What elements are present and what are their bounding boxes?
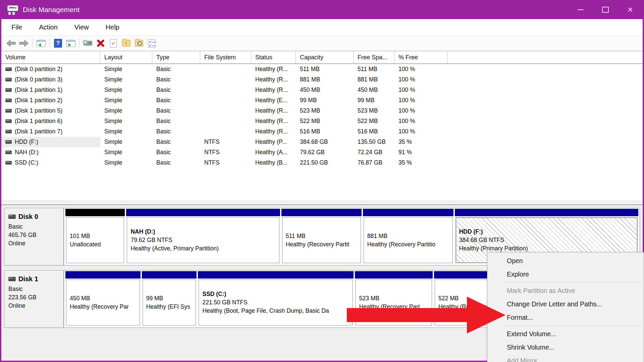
context-menu-item-format[interactable]: Format... [487, 311, 644, 324]
disk0-info-panel[interactable]: Disk 0 Basic 465.76 GB Online [4, 208, 64, 265]
volume-icon [5, 119, 12, 123]
disk-icon [8, 215, 16, 219]
volume-icon [5, 109, 12, 113]
disk-size: 465.76 GB [8, 231, 60, 239]
view-options-icon[interactable] [145, 37, 158, 49]
cell-layout: Simple [100, 64, 152, 74]
partition-nah-d[interactable]: NAH (D:) 79.62 GB NTFS Healthy (Active, … [125, 209, 280, 264]
table-row[interactable]: (Disk 0 partition 2) Simple Basic Health… [1, 64, 643, 74]
column-header-status[interactable]: Status [251, 51, 296, 63]
app-disk-icon [7, 5, 19, 15]
menu-action[interactable]: Action [37, 22, 60, 33]
cell-type: Basic [152, 126, 200, 137]
column-header-free-space[interactable]: Free Spa... [354, 51, 394, 63]
partition-status: Healthy (Recovery Par [70, 303, 136, 311]
disk-name: Disk 0 [18, 213, 38, 221]
column-header-filler [447, 51, 643, 63]
back-icon[interactable] [5, 37, 17, 49]
forward-icon[interactable] [17, 37, 30, 49]
partition-color-bar [198, 271, 353, 279]
check-document-icon[interactable] [107, 37, 120, 49]
show-action-pane-icon[interactable] [64, 37, 77, 49]
menu-file[interactable]: File [9, 22, 24, 33]
disk1-info-panel[interactable]: Disk 1 Basic 223.56 GB Online [4, 270, 64, 328]
pane-divider[interactable] [1, 200, 643, 205]
volume-name: (Disk 1 partition 7) [15, 128, 62, 135]
partition-size: 384.68 GB NTFS [459, 236, 634, 244]
cell-layout: Simple [100, 158, 152, 168]
column-header-layout[interactable]: Layout [100, 51, 152, 63]
partition-size: 881 MB [367, 232, 449, 240]
cell-file-system: NTFS [200, 137, 251, 147]
disk-rescan-icon[interactable] [82, 37, 94, 49]
partition-color-bar [126, 209, 280, 216]
table-row[interactable]: SSD (C:) Simple Basic NTFS Healthy (B...… [1, 158, 643, 168]
table-row[interactable]: (Disk 1 partition 7) Simple Basic Health… [1, 126, 643, 137]
cell-pct-free: 100 % [394, 95, 447, 106]
partition-ssd-c[interactable]: SSD (C:) 221.50 GB NTFS Healthy (Boot, P… [197, 271, 354, 327]
context-menu-item-shrink-volume[interactable]: Shrink Volume... [487, 341, 644, 354]
context-menu-item-explore[interactable]: Explore [487, 267, 644, 281]
partition-status: Healthy (Boot, Page File, Crash Dump, Ba… [202, 307, 349, 315]
table-row[interactable]: (Disk 1 partition 1) Simple Basic Health… [1, 85, 643, 95]
cell-file-system [200, 116, 251, 126]
column-header-type[interactable]: Type [152, 51, 200, 63]
partition-511mb[interactable]: 511 MB Healthy (Recovery Partit [281, 209, 362, 264]
disk-icon [8, 277, 16, 281]
partition-color-bar [455, 209, 638, 216]
volume-icon [5, 140, 12, 144]
partition-size: 450 MB [70, 294, 136, 303]
context-menu-item-extend-volume[interactable]: Extend Volume... [487, 327, 644, 341]
menu-view[interactable]: View [72, 22, 91, 33]
volume-name: (Disk 1 partition 1) [15, 86, 62, 94]
cell-pct-free: 100 % [394, 106, 447, 116]
partition-label: SSD (C:) [202, 290, 349, 298]
column-header-file-system[interactable]: File System [200, 51, 251, 63]
cell-pct-free: 100 % [394, 74, 447, 85]
table-row[interactable]: (Disk 1 partition 5) Simple Basic Health… [1, 106, 643, 116]
partition-99mb-efi[interactable]: 99 MB Healthy (EFI Sys [141, 271, 198, 327]
partition-status: Healthy (EFI Sys [146, 303, 193, 311]
column-header-pct-free[interactable]: % Free [394, 51, 447, 63]
cell-type: Basic [152, 137, 200, 147]
partition-881mb[interactable]: 881 MB Healthy (Recovery Partitio [362, 209, 454, 264]
table-row[interactable]: (Disk 0 partition 3) Simple Basic Health… [1, 74, 643, 85]
close-button[interactable] [618, 0, 643, 19]
cell-capacity: 99 MB [296, 95, 354, 106]
cell-file-system: NTFS [200, 158, 251, 168]
cell-status: Healthy (P... [251, 137, 296, 147]
table-row[interactable]: NAH (D:) Simple Basic NTFS Healthy (A...… [1, 147, 643, 158]
partition-unallocated[interactable]: 101 MB Unallocated [65, 209, 125, 264]
menu-help[interactable]: Help [104, 22, 121, 33]
minimize-button[interactable] [568, 0, 593, 19]
column-header-volume[interactable]: Volume [1, 51, 100, 63]
context-menu-separator [504, 325, 640, 326]
toolbar-separator [49, 39, 50, 48]
search-folder-icon[interactable] [132, 37, 145, 49]
cell-status: Healthy (B... [251, 158, 296, 168]
context-menu-item-open[interactable]: Open [487, 254, 644, 267]
column-header-capacity[interactable]: Capacity [296, 51, 354, 63]
cell-file-system: NTFS [200, 147, 251, 158]
partition-size: 99 MB [146, 294, 193, 303]
show-console-tree-icon[interactable] [35, 37, 47, 49]
disk-type: Basic [8, 285, 60, 293]
window-title: Disk Management [23, 6, 79, 14]
cell-file-system [200, 85, 251, 95]
context-menu-item-change-drive-letter[interactable]: Change Drive Letter and Paths... [487, 297, 644, 311]
disk-status: Online [8, 239, 60, 248]
maximize-button[interactable] [593, 0, 618, 19]
delete-volume-icon[interactable] [94, 37, 107, 49]
table-row[interactable]: (Disk 1 partition 6) Simple Basic Health… [1, 116, 643, 126]
help-icon[interactable] [52, 37, 64, 49]
partition-523mb[interactable]: 523 MB Healthy (Recovery Part [354, 271, 433, 327]
export-folder-icon[interactable] [120, 37, 132, 49]
partition-450mb[interactable]: 450 MB Healthy (Recovery Par [65, 271, 141, 327]
table-row[interactable]: (Disk 1 partition 2) Simple Basic Health… [1, 95, 643, 106]
cell-capacity: 516 MB [296, 126, 354, 137]
cell-status: Healthy (R... [251, 85, 296, 95]
table-row-hdd-f[interactable]: HDD (F:) Simple Basic NTFS Healthy (P...… [1, 137, 643, 147]
cell-layout: Simple [100, 85, 152, 95]
cell-capacity: 450 MB [296, 85, 354, 95]
partition-status: Healthy (Recovery Partitio [367, 240, 449, 249]
